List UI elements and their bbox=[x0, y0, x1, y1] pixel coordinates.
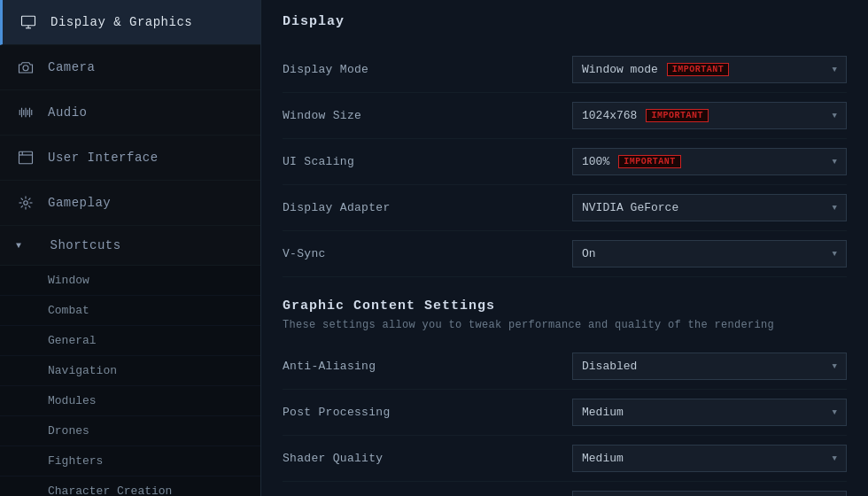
display-mode-value: Window mode bbox=[582, 63, 658, 76]
shortcuts-label: Shortcuts bbox=[50, 238, 121, 252]
svg-rect-11 bbox=[19, 151, 33, 164]
anti-aliasing-label: Anti-Aliasing bbox=[283, 360, 558, 373]
svg-line-20 bbox=[28, 205, 30, 207]
svg-point-3 bbox=[23, 66, 28, 71]
texture-quality-dropdown[interactable]: Medium ▼ bbox=[572, 491, 847, 496]
sidebar-item-user-interface[interactable]: User Interface bbox=[0, 136, 260, 181]
display-mode-control: Window mode IMPORTANT ▼ bbox=[572, 56, 847, 83]
svg-line-22 bbox=[21, 205, 23, 207]
display-section-title: Display bbox=[283, 14, 847, 35]
shortcuts-sub-item-navigation[interactable]: Navigation bbox=[0, 356, 260, 386]
sidebar-item-display-graphics[interactable]: Display & Graphics bbox=[0, 0, 260, 45]
svg-line-21 bbox=[28, 198, 30, 200]
sidebar-item-camera[interactable]: Camera bbox=[0, 45, 260, 90]
window-size-dropdown[interactable]: 1024x768 IMPORTANT ▼ bbox=[572, 102, 847, 129]
post-processing-dropdown[interactable]: Medium ▼ bbox=[572, 399, 847, 426]
vsync-dropdown[interactable]: On ▼ bbox=[572, 240, 847, 267]
window-size-label: Window Size bbox=[283, 109, 558, 122]
shortcuts-sub-item-combat[interactable]: Combat bbox=[0, 296, 260, 326]
shortcuts-sub-item-general[interactable]: General bbox=[0, 326, 260, 356]
svg-point-14 bbox=[24, 201, 28, 205]
graphic-content-section: Graphic Content Settings These settings … bbox=[283, 298, 847, 496]
sidebar-item-label: User Interface bbox=[48, 151, 159, 165]
sidebar-item-audio[interactable]: Audio bbox=[0, 90, 260, 136]
shader-quality-control: Medium ▼ bbox=[572, 445, 847, 472]
chevron-down-icon: ▼ bbox=[833, 250, 837, 259]
display-mode-badge: IMPORTANT bbox=[667, 63, 730, 76]
ui-icon bbox=[16, 148, 35, 167]
display-adapter-label: Display Adapter bbox=[283, 201, 558, 214]
sidebar-item-label: Camera bbox=[48, 60, 95, 74]
anti-aliasing-dropdown[interactable]: Disabled ▼ bbox=[572, 353, 847, 380]
anti-aliasing-value: Disabled bbox=[582, 360, 637, 373]
ui-scaling-label: UI Scaling bbox=[283, 155, 558, 168]
shader-quality-dropdown[interactable]: Medium ▼ bbox=[572, 445, 847, 472]
svg-line-19 bbox=[21, 198, 23, 200]
ui-scaling-badge: IMPORTANT bbox=[618, 155, 681, 168]
display-adapter-control: NVIDIA GeForce ▼ bbox=[572, 194, 847, 221]
sidebar-item-gameplay[interactable]: Gameplay bbox=[0, 181, 260, 226]
settings-row-ui-scaling: UI Scaling 100% IMPORTANT ▼ bbox=[283, 139, 847, 185]
graphic-section-title: Graphic Content Settings bbox=[283, 298, 847, 314]
sidebar-item-label: Display & Graphics bbox=[50, 15, 192, 29]
post-processing-label: Post Processing bbox=[283, 406, 558, 419]
main-content: Display Display Mode Window mode IMPORTA… bbox=[261, 0, 868, 496]
settings-row-anti-aliasing: Anti-Aliasing Disabled ▼ bbox=[283, 344, 847, 390]
settings-row-display-mode: Display Mode Window mode IMPORTANT ▼ bbox=[283, 47, 847, 93]
sidebar-item-shortcuts[interactable]: ▼ Shortcuts bbox=[0, 226, 260, 266]
shortcuts-sub-item-drones[interactable]: Drones bbox=[0, 416, 260, 446]
vsync-value: On bbox=[582, 247, 596, 260]
shortcuts-sub-item-window[interactable]: Window bbox=[0, 266, 260, 296]
vsync-control: On ▼ bbox=[572, 240, 847, 267]
gameplay-icon bbox=[16, 193, 35, 213]
settings-row-vsync: V-Sync On ▼ bbox=[283, 231, 847, 277]
chevron-down-icon: ▼ bbox=[833, 112, 837, 120]
chevron-down-icon: ▼ bbox=[833, 66, 837, 74]
chevron-down-icon: ▼ bbox=[833, 408, 837, 417]
shader-quality-label: Shader Quality bbox=[283, 452, 558, 465]
shortcuts-sub-item-fighters[interactable]: Fighters bbox=[0, 446, 260, 477]
display-mode-dropdown[interactable]: Window mode IMPORTANT ▼ bbox=[572, 56, 847, 83]
chevron-down-icon: ▼ bbox=[833, 362, 837, 371]
settings-row-shader-quality: Shader Quality Medium ▼ bbox=[283, 436, 847, 482]
settings-row-texture-quality: Texture Quality Medium ▼ bbox=[283, 482, 847, 496]
settings-row-window-size: Window Size 1024x768 IMPORTANT ▼ bbox=[283, 93, 847, 139]
ui-scaling-dropdown[interactable]: 100% IMPORTANT ▼ bbox=[572, 148, 847, 175]
window-size-badge: IMPORTANT bbox=[646, 109, 709, 122]
svg-rect-0 bbox=[22, 16, 35, 26]
shortcuts-submenu: Window Combat General Navigation Modules… bbox=[0, 266, 260, 496]
anti-aliasing-control: Disabled ▼ bbox=[572, 353, 847, 380]
monitor-icon bbox=[19, 12, 38, 32]
display-adapter-value: NVIDIA GeForce bbox=[582, 201, 678, 214]
display-adapter-dropdown[interactable]: NVIDIA GeForce ▼ bbox=[572, 194, 847, 221]
camera-icon bbox=[16, 58, 35, 77]
sidebar-item-label: Gameplay bbox=[48, 196, 111, 210]
shortcuts-sub-item-modules[interactable]: Modules bbox=[0, 386, 260, 416]
chevron-down-icon: ▼ bbox=[833, 454, 837, 463]
window-size-value: 1024x768 bbox=[582, 109, 637, 122]
vsync-label: V-Sync bbox=[283, 247, 558, 260]
texture-quality-control: Medium ▼ bbox=[572, 491, 847, 496]
ui-scaling-value: 100% bbox=[582, 155, 609, 168]
graphic-section-description: These settings allow you to tweak perfor… bbox=[283, 319, 847, 331]
chevron-down-icon: ▼ bbox=[833, 204, 837, 213]
audio-icon bbox=[16, 103, 35, 122]
post-processing-control: Medium ▼ bbox=[572, 399, 847, 426]
display-mode-label: Display Mode bbox=[283, 63, 558, 76]
chevron-down-icon: ▼ bbox=[833, 158, 837, 167]
sidebar: Display & Graphics Camera Audio Use bbox=[0, 0, 261, 496]
sidebar-item-label: Audio bbox=[48, 105, 88, 120]
window-size-control: 1024x768 IMPORTANT ▼ bbox=[572, 102, 847, 129]
shader-quality-value: Medium bbox=[582, 452, 624, 465]
post-processing-value: Medium bbox=[582, 406, 624, 419]
chevron-down-icon: ▼ bbox=[16, 241, 22, 251]
ui-scaling-control: 100% IMPORTANT ▼ bbox=[572, 148, 847, 175]
settings-row-post-processing: Post Processing Medium ▼ bbox=[283, 390, 847, 436]
sidebar-section-shortcuts: ▼ Shortcuts Window Combat General bbox=[0, 226, 260, 496]
shortcuts-sub-item-character-creation[interactable]: Character Creation bbox=[0, 477, 260, 496]
settings-row-display-adapter: Display Adapter NVIDIA GeForce ▼ bbox=[283, 185, 847, 231]
